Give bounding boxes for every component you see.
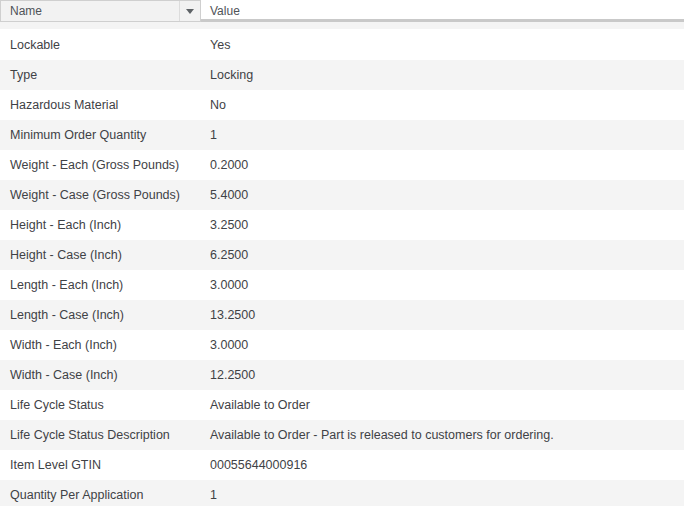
- chevron-down-icon: [186, 9, 194, 14]
- table-row[interactable]: Life Cycle Status Description Available …: [0, 420, 684, 450]
- table-row[interactable]: Item Level GTIN 00055644000916: [0, 450, 684, 480]
- property-name-cell: Life Cycle Status Description: [0, 428, 201, 442]
- property-name-cell: Length - Each (Inch): [0, 278, 201, 292]
- table-row[interactable]: Width - Each (Inch) 3.0000: [0, 330, 684, 360]
- property-value-cell: No: [201, 98, 684, 112]
- property-name-cell: Minimum Order Quantity: [0, 128, 201, 142]
- property-name-cell: Type: [0, 68, 201, 82]
- name-header-dropdown-button[interactable]: [179, 1, 200, 21]
- property-value-cell: Locking: [201, 68, 684, 82]
- property-value-cell: Available to Order - Part is released to…: [201, 428, 684, 442]
- grid-header: Name Value: [0, 0, 684, 22]
- property-name-cell: Width - Each (Inch): [0, 338, 201, 352]
- property-name-cell: Length - Case (Inch): [0, 308, 201, 322]
- table-row[interactable]: Weight - Each (Gross Pounds) 0.2000: [0, 150, 684, 180]
- property-value-cell: 1: [201, 488, 684, 502]
- property-grid: Name Value Lockable Yes Type Locking Haz…: [0, 0, 684, 506]
- property-name-cell: Weight - Each (Gross Pounds): [0, 158, 201, 172]
- property-name-cell: Height - Case (Inch): [0, 248, 201, 262]
- table-row[interactable]: Hazardous Material No: [0, 90, 684, 120]
- table-row[interactable]: Weight - Case (Gross Pounds) 5.4000: [0, 180, 684, 210]
- property-value-cell: 3.0000: [201, 278, 684, 292]
- property-name-cell: Width - Case (Inch): [0, 368, 201, 382]
- property-value-cell: Available to Order: [201, 398, 684, 412]
- property-value-cell: Yes: [201, 38, 684, 52]
- property-name-cell: Item Level GTIN: [0, 458, 201, 472]
- property-name-cell: Weight - Case (Gross Pounds): [0, 188, 201, 202]
- property-value-cell: 13.2500: [201, 308, 684, 322]
- property-value-cell: 12.2500: [201, 368, 684, 382]
- partial-row[interactable]: [0, 22, 684, 30]
- table-row[interactable]: Quantity Per Application 1: [0, 480, 684, 506]
- property-name-cell: Lockable: [0, 38, 201, 52]
- property-value-cell: 00055644000916: [201, 458, 684, 472]
- table-row[interactable]: Length - Case (Inch) 13.2500: [0, 300, 684, 330]
- property-value-cell: 1: [201, 128, 684, 142]
- name-column-header-label: Name: [1, 4, 179, 18]
- property-value-cell: 0.2000: [201, 158, 684, 172]
- table-row[interactable]: Width - Case (Inch) 12.2500: [0, 360, 684, 390]
- property-name-cell: Life Cycle Status: [0, 398, 201, 412]
- property-value-cell: 6.2500: [201, 248, 684, 262]
- table-row[interactable]: Type Locking: [0, 60, 684, 90]
- property-name-cell: Quantity Per Application: [0, 488, 201, 502]
- property-value-cell: 5.4000: [201, 188, 684, 202]
- table-row[interactable]: Lockable Yes: [0, 30, 684, 60]
- value-column-header[interactable]: Value: [201, 0, 240, 22]
- table-row[interactable]: Length - Each (Inch) 3.0000: [0, 270, 684, 300]
- property-value-cell: 3.2500: [201, 218, 684, 232]
- property-name-cell: Hazardous Material: [0, 98, 201, 112]
- table-row[interactable]: Height - Each (Inch) 3.2500: [0, 210, 684, 240]
- rows-container: Lockable Yes Type Locking Hazardous Mate…: [0, 30, 684, 506]
- name-column-header[interactable]: Name: [0, 0, 201, 22]
- table-row[interactable]: Life Cycle Status Available to Order: [0, 390, 684, 420]
- property-value-cell: 3.0000: [201, 338, 684, 352]
- property-name-cell: Height - Each (Inch): [0, 218, 201, 232]
- table-row[interactable]: Height - Case (Inch) 6.2500: [0, 240, 684, 270]
- table-row[interactable]: Minimum Order Quantity 1: [0, 120, 684, 150]
